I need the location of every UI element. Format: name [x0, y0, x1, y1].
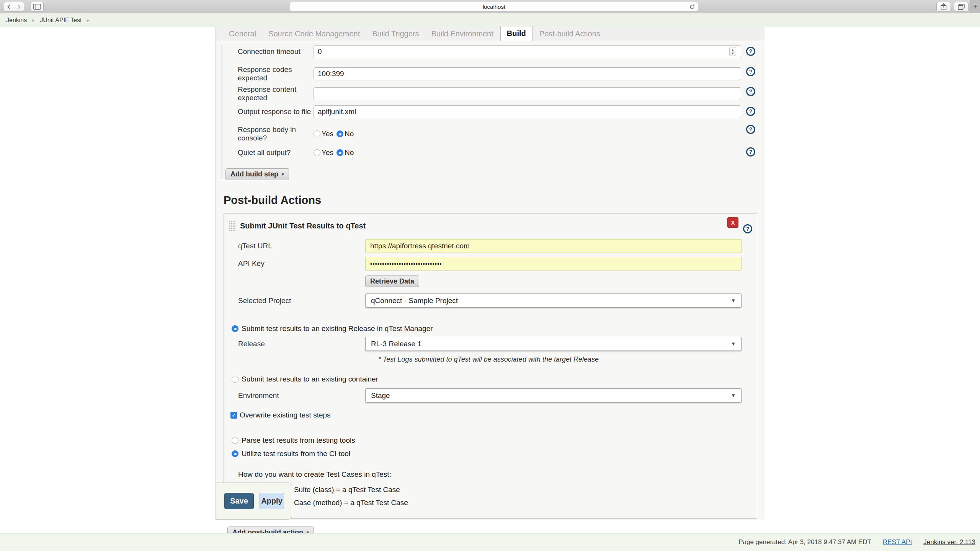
tabs-icon — [958, 4, 965, 10]
connection-timeout-input[interactable] — [314, 45, 741, 58]
qtest-url-input[interactable] — [365, 239, 742, 253]
new-tab-button[interactable]: + — [970, 0, 980, 13]
add-build-step-label: Add build step — [230, 170, 278, 178]
output-response-label: Output response to file — [238, 108, 314, 116]
form-row: Response codes expected ? — [238, 65, 765, 82]
yes-radio[interactable] — [314, 149, 320, 156]
release-radio[interactable] — [232, 325, 238, 332]
no-radio[interactable] — [336, 130, 343, 137]
stepper-up-icon[interactable]: ▲ — [731, 48, 734, 52]
apply-button[interactable]: Apply — [260, 493, 284, 509]
post-build-heading: Post-build Actions — [224, 194, 765, 207]
output-response-input[interactable] — [314, 105, 741, 118]
release-value: RL-3 Release 1 — [371, 340, 421, 348]
response-codes-input[interactable] — [314, 67, 741, 80]
environment-dropdown[interactable]: Stage ▼ — [365, 388, 742, 403]
form-row: Selected Project qConnect - Sample Proje… — [238, 293, 757, 308]
tab-post-build-actions[interactable]: Post-build Actions — [534, 27, 606, 41]
help-icon[interactable]: ? — [743, 224, 752, 233]
yes-label[interactable]: Yes — [322, 130, 333, 138]
share-icon — [941, 3, 947, 10]
chevron-down-icon: ▼ — [731, 393, 736, 398]
help-icon[interactable]: ? — [746, 125, 755, 134]
help-icon[interactable]: ? — [746, 107, 755, 116]
save-button[interactable]: Save — [224, 493, 254, 509]
sidebar-toggle-button[interactable] — [31, 2, 44, 11]
selected-project-value: qConnect - Sample Project — [371, 297, 458, 305]
tab-general[interactable]: General — [224, 27, 261, 41]
help-icon[interactable]: ? — [746, 67, 755, 76]
breadcrumb-separator-icon: ▸ — [32, 18, 34, 23]
tab-build-environment[interactable]: Build Environment — [426, 27, 498, 41]
rest-api-link[interactable]: REST API — [883, 538, 912, 546]
help-icon[interactable]: ? — [746, 87, 755, 96]
tabs-overview-button[interactable] — [954, 2, 969, 11]
no-radio[interactable] — [336, 149, 343, 156]
retrieve-data-button[interactable]: Retrieve Data — [365, 276, 419, 287]
add-build-step-button[interactable]: Add build step ▾ — [225, 168, 289, 180]
tab-build[interactable]: Build — [500, 26, 532, 41]
utilize-results-radio[interactable] — [232, 450, 238, 457]
tab-build-triggers[interactable]: Build Triggers — [367, 27, 424, 41]
delete-post-build-button[interactable]: X — [727, 217, 738, 228]
drag-handle-icon[interactable] — [229, 221, 236, 231]
back-button[interactable] — [4, 2, 14, 11]
form-row: Response content expected ? — [238, 85, 765, 102]
number-stepper[interactable]: ▲ ▼ — [729, 47, 736, 56]
share-button[interactable] — [936, 2, 951, 11]
quiet-output-label: Quiet all output? — [238, 148, 314, 157]
help-icon[interactable]: ? — [746, 47, 755, 56]
post-build-title-row: Submit JUnit Test Results to qTest — [224, 221, 757, 231]
release-option: Submit test results to an existing Relea… — [232, 324, 757, 333]
config-panel: General Source Code Management Build Tri… — [216, 27, 765, 520]
build-step-form: Connection timeout ▲ ▼ ? Response codes … — [216, 41, 765, 157]
reload-icon[interactable] — [689, 4, 695, 11]
suite-option: Each JUnit Test Suite (class) = a qTest … — [232, 486, 757, 494]
breadcrumb-separator-icon: ▸ — [87, 18, 89, 23]
form-row: Environment Stage ▼ — [238, 388, 757, 403]
breadcrumb-job[interactable]: JUnit APIF Test — [40, 17, 82, 24]
release-radio-label[interactable]: Submit test results to an existing Relea… — [242, 324, 433, 333]
container-radio-label[interactable]: Submit test results to an existing conta… — [242, 375, 378, 383]
parse-results-label[interactable]: Parse test results from testing tools — [242, 436, 355, 445]
yes-no-group: Yes No — [314, 130, 357, 138]
no-label[interactable]: No — [345, 130, 354, 138]
footer: Page generated: Apr 3, 2018 9:47:37 AM E… — [0, 533, 980, 551]
api-key-input[interactable] — [365, 257, 742, 271]
config-tabbar: General Source Code Management Build Tri… — [216, 27, 765, 41]
parse-option: Parse test results from testing tools — [232, 436, 757, 445]
response-content-label: Response content expected — [238, 85, 314, 102]
create-test-cases-question: How do you want to create Test Cases in … — [238, 470, 757, 479]
parse-results-radio[interactable] — [232, 437, 238, 444]
chevron-down-icon: ▼ — [731, 298, 736, 303]
form-row: Connection timeout ▲ ▼ ? — [238, 45, 765, 58]
environment-value: Stage — [371, 391, 390, 400]
response-body-console-label: Response body in console? — [238, 126, 314, 142]
response-content-input[interactable] — [314, 87, 741, 100]
case-option: Each JUnit Test Case (method) = a qTest … — [232, 499, 757, 507]
form-row: API Key — [238, 257, 757, 271]
selected-project-dropdown[interactable]: qConnect - Sample Project ▼ — [365, 293, 742, 308]
overwrite-checkbox[interactable]: ✓ — [230, 412, 237, 419]
stepper-down-icon[interactable]: ▼ — [731, 52, 734, 55]
utilize-results-label[interactable]: Utilize test results from the CI tool — [242, 450, 350, 458]
api-key-label: API Key — [238, 259, 365, 268]
yes-label[interactable]: Yes — [322, 148, 333, 157]
breadcrumb-jenkins[interactable]: Jenkins — [6, 17, 27, 24]
address-bar[interactable]: localhost — [290, 2, 698, 11]
retrieve-data-label: Retrieve Data — [370, 277, 414, 285]
jenkins-version-link[interactable]: Jenkins ver. 2.113 — [923, 538, 975, 546]
yes-radio[interactable] — [314, 130, 320, 137]
release-dropdown[interactable]: RL-3 Release 1 ▼ — [365, 337, 742, 351]
container-radio[interactable] — [232, 376, 238, 383]
no-label[interactable]: No — [345, 148, 354, 157]
utilize-option: Utilize test results from the CI tool — [232, 450, 757, 458]
tab-source-code-management[interactable]: Source Code Management — [263, 27, 365, 41]
selected-project-label: Selected Project — [238, 297, 365, 305]
chevron-down-icon: ▾ — [282, 172, 284, 177]
help-icon[interactable]: ? — [746, 147, 755, 156]
form-row: Response body in console? Yes No ? — [238, 126, 765, 142]
yes-no-group: Yes No — [314, 148, 357, 157]
overwrite-checkbox-label[interactable]: Overwrite existing test steps — [240, 411, 331, 419]
forward-button[interactable] — [14, 2, 24, 11]
